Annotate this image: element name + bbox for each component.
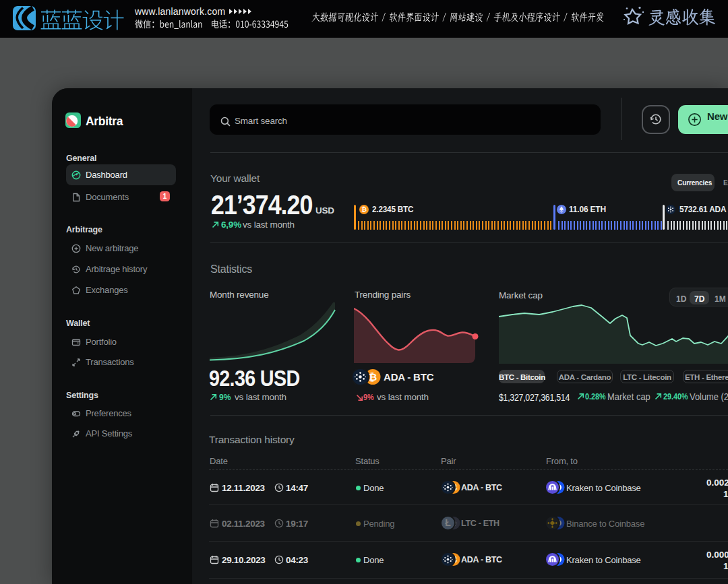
svg-text:Ł: Ł xyxy=(445,518,450,528)
svg-text:₿: ₿ xyxy=(369,371,377,383)
svg-text:₿: ₿ xyxy=(361,205,367,213)
